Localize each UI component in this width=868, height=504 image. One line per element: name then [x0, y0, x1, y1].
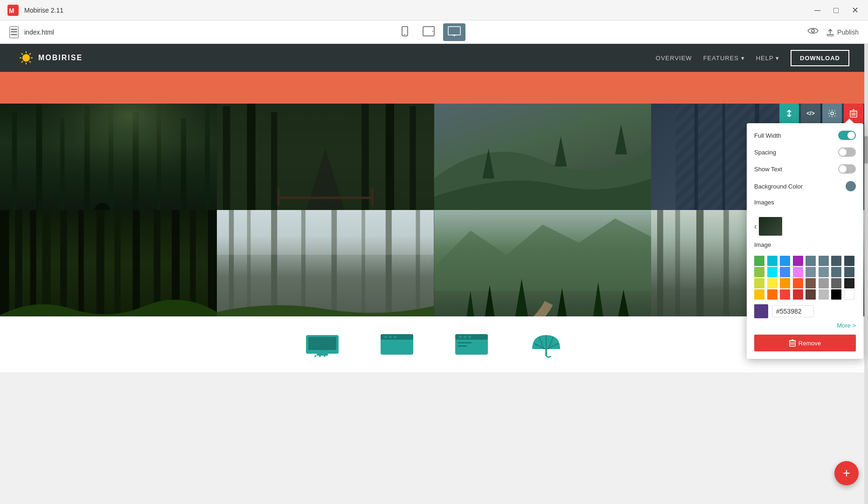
svg-rect-32	[217, 104, 434, 210]
color-swatch[interactable]	[806, 267, 816, 277]
gallery-cell-7	[434, 210, 651, 316]
color-swatch[interactable]	[844, 267, 854, 277]
maximize-button[interactable]: □	[832, 6, 840, 14]
feature-icon-2	[378, 330, 416, 358]
svg-rect-34	[247, 104, 256, 210]
svg-rect-22	[60, 118, 64, 210]
file-name: index.html	[24, 28, 54, 36]
color-swatch[interactable]	[819, 278, 829, 288]
publish-button[interactable]: Publish	[826, 28, 859, 36]
site-preview: MOBIRISE OVERVIEW FEATURES ▾ HELP ▾ DOWN…	[0, 44, 868, 504]
svg-rect-39	[277, 196, 374, 199]
main-toolbar: ☰ index.html	[0, 21, 868, 44]
scrollbar-thumb[interactable]	[864, 136, 868, 164]
gallery-cell-1	[0, 104, 217, 210]
full-width-toggle[interactable]	[838, 131, 856, 140]
bg-color-circle[interactable]	[846, 181, 856, 191]
svg-point-3	[404, 34, 405, 35]
svg-point-111	[394, 336, 396, 338]
color-swatch[interactable]	[819, 267, 829, 277]
spacing-toggle[interactable]	[838, 147, 856, 157]
preview-button[interactable]	[807, 27, 819, 37]
color-swatch[interactable]	[831, 256, 841, 266]
image-prev-button[interactable]: ‹	[754, 222, 757, 231]
color-swatch[interactable]	[793, 256, 803, 266]
svg-rect-78	[416, 210, 420, 316]
svg-marker-45	[615, 124, 627, 154]
remove-trash-icon	[789, 339, 796, 347]
more-link[interactable]: More >	[754, 322, 856, 329]
color-swatch[interactable]	[806, 289, 816, 300]
menu-button[interactable]: ☰	[9, 26, 19, 38]
svg-marker-43	[482, 148, 494, 179]
color-swatch[interactable]	[754, 278, 764, 288]
image-label: Image	[754, 241, 771, 248]
color-hex-input[interactable]	[772, 305, 814, 317]
color-swatch[interactable]	[793, 267, 803, 277]
color-swatch[interactable]	[767, 289, 778, 300]
color-swatch[interactable]	[793, 278, 803, 288]
image-thumbnail	[759, 217, 782, 236]
color-swatch[interactable]	[754, 289, 764, 300]
color-swatch[interactable]	[819, 256, 829, 266]
nav-overview[interactable]: OVERVIEW	[656, 55, 692, 62]
forest-img-2	[217, 104, 434, 210]
color-swatch[interactable]	[806, 278, 816, 288]
scrollbar[interactable]	[864, 44, 868, 504]
mobile-view-button[interactable]	[396, 23, 414, 41]
images-row: Images	[754, 199, 856, 210]
color-swatch[interactable]	[767, 278, 778, 288]
color-swatch[interactable]	[780, 267, 790, 277]
color-swatch[interactable]	[831, 289, 841, 300]
color-swatch[interactable]	[831, 267, 841, 277]
svg-rect-29	[0, 104, 217, 210]
color-swatch[interactable]	[754, 267, 764, 277]
close-button[interactable]: ✕	[850, 6, 861, 14]
svg-rect-6	[448, 27, 460, 35]
code-button[interactable]: </>	[801, 104, 820, 123]
settings-button[interactable]	[822, 104, 842, 123]
svg-rect-42	[434, 104, 651, 210]
svg-text:M: M	[9, 7, 14, 14]
color-swatch[interactable]	[806, 256, 816, 266]
nav-help[interactable]: HELP ▾	[756, 55, 779, 62]
svg-rect-52	[722, 104, 725, 210]
color-swatch[interactable]	[754, 256, 764, 266]
svg-rect-64	[115, 210, 121, 316]
color-swatch[interactable]	[793, 289, 803, 300]
svg-rect-74	[301, 210, 306, 316]
svg-line-18	[21, 61, 23, 63]
color-swatch[interactable]	[767, 267, 778, 277]
color-swatch[interactable]	[780, 256, 790, 266]
svg-rect-51	[694, 104, 698, 210]
arrange-button[interactable]	[779, 104, 799, 123]
svg-rect-91	[696, 210, 704, 316]
svg-rect-46	[434, 104, 651, 210]
add-block-button[interactable]: +	[834, 461, 859, 485]
color-swatch[interactable]	[844, 256, 854, 266]
show-text-toggle[interactable]	[838, 164, 856, 174]
nav-features[interactable]: FEATURES ▾	[703, 55, 745, 62]
color-swatch[interactable]	[780, 289, 790, 300]
brand-name: MOBIRISE	[38, 54, 83, 62]
gallery-cell-3	[434, 104, 651, 210]
svg-rect-38	[410, 106, 416, 210]
desktop-view-button[interactable]	[443, 23, 465, 41]
color-swatch[interactable]	[831, 278, 841, 288]
minimize-button[interactable]: ─	[812, 6, 822, 14]
color-swatch[interactable]	[844, 289, 854, 300]
color-swatch[interactable]	[819, 289, 829, 300]
svg-marker-83	[482, 285, 497, 316]
app-title: Mobirise 2.11	[24, 7, 63, 14]
remove-button[interactable]: Remove	[754, 335, 856, 351]
color-swatch[interactable]	[844, 278, 854, 288]
tablet-view-button[interactable]	[418, 23, 439, 41]
svg-rect-92	[723, 210, 729, 316]
trash-icon	[850, 109, 857, 118]
color-swatch[interactable]	[780, 278, 790, 288]
svg-point-105	[319, 355, 321, 357]
nav-download-button[interactable]: DOWNLOAD	[791, 50, 849, 66]
color-swatch[interactable]	[767, 256, 778, 266]
svg-rect-35	[271, 112, 278, 210]
preview-navbar: MOBIRISE OVERVIEW FEATURES ▾ HELP ▾ DOWN…	[0, 44, 868, 72]
